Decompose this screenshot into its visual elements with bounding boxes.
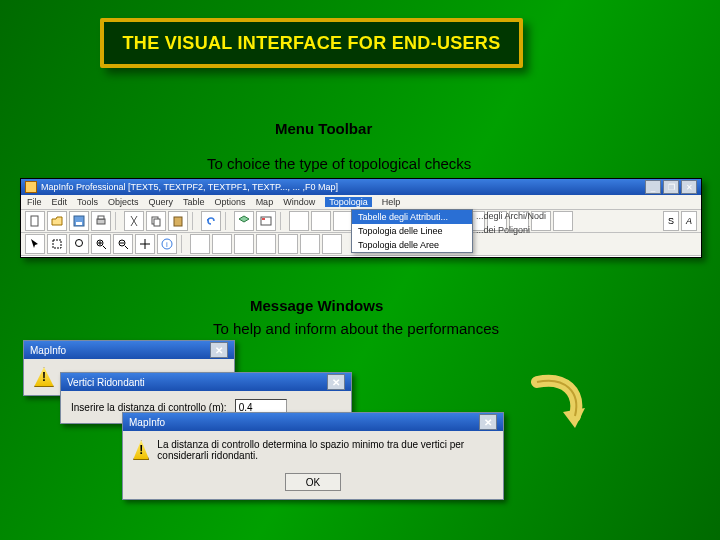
dropdown-item-linee[interactable]: Topologia delle Linee	[352, 224, 472, 238]
close-icon[interactable]: ✕	[479, 414, 497, 430]
svg-rect-9	[262, 218, 265, 220]
tool-generic-icon[interactable]	[234, 234, 254, 254]
ok-button[interactable]: OK	[285, 473, 341, 491]
menu-edit[interactable]: Edit	[52, 197, 68, 207]
tool-copy-icon[interactable]	[146, 211, 166, 231]
tool-generic-icon[interactable]	[278, 234, 298, 254]
menu-topologia[interactable]: Topologia	[325, 197, 372, 207]
slide-title: THE VISUAL INTERFACE FOR END-USERS	[123, 33, 501, 54]
tool-pan-icon[interactable]	[135, 234, 155, 254]
menu-options[interactable]: Options	[215, 197, 246, 207]
message-box-3-titlebar: MapInfo ✕	[123, 413, 503, 431]
tool-cut-icon[interactable]	[124, 211, 144, 231]
tool-generic-icon[interactable]	[289, 211, 309, 231]
menu-file[interactable]: File	[27, 197, 42, 207]
tool-generic-icon[interactable]	[190, 234, 210, 254]
svg-rect-4	[98, 216, 104, 219]
menu-tools[interactable]: Tools	[77, 197, 98, 207]
dropdown-item-tabelle[interactable]: Tabelle degli Attributi...	[352, 210, 472, 224]
tool-pointer-icon[interactable]	[25, 234, 45, 254]
message-box-2-titlebar: Vertici Ridondanti ✕	[61, 373, 351, 391]
tool-generic-icon[interactable]	[553, 211, 573, 231]
tool-paste-icon[interactable]	[168, 211, 188, 231]
tool-layers-icon[interactable]	[234, 211, 254, 231]
tool-generic-icon[interactable]	[322, 234, 342, 254]
warning-icon	[133, 440, 149, 460]
svg-rect-2	[76, 222, 82, 225]
menu-objects[interactable]: Objects	[108, 197, 139, 207]
mapinfo-logo-icon	[25, 181, 37, 193]
svg-rect-7	[174, 217, 182, 226]
tool-label-a[interactable]: A	[681, 211, 697, 231]
close-icon[interactable]: ✕	[210, 342, 228, 358]
tool-new-icon[interactable]	[25, 211, 45, 231]
tool-label-s[interactable]: S	[663, 211, 679, 231]
message-box-2-title: Vertici Ridondanti	[67, 377, 145, 388]
tool-legend-icon[interactable]	[256, 211, 276, 231]
message-box-3-text: La distanza di controllo determina lo sp…	[157, 439, 493, 461]
mapinfo-titlebar: MapInfo Professional [TEXT5, TEXTPF2, TE…	[21, 179, 701, 195]
tool-marquee-icon[interactable]	[47, 234, 67, 254]
svg-rect-6	[154, 219, 160, 226]
mapinfo-title-text: MapInfo Professional [TEXT5, TEXTPF2, TE…	[41, 182, 338, 192]
tool-generic-icon[interactable]	[311, 211, 331, 231]
mapinfo-menubar: File Edit Tools Objects Query Table Opti…	[21, 195, 701, 210]
slide-title-frame: THE VISUAL INTERFACE FOR END-USERS	[100, 18, 523, 68]
section-heading-menu-toolbar: Menu Toolbar	[275, 120, 372, 137]
svg-rect-10	[53, 240, 61, 248]
topologia-dropdown: Tabelle degli Attributi... Topologia del…	[351, 209, 473, 253]
close-icon[interactable]: ✕	[327, 374, 345, 390]
tool-generic-icon[interactable]	[300, 234, 320, 254]
tool-undo-icon[interactable]	[201, 211, 221, 231]
curved-arrow-icon	[525, 372, 585, 432]
tool-lasso-icon[interactable]	[69, 234, 89, 254]
svg-rect-3	[97, 219, 105, 224]
message-box-3: MapInfo ✕ La distanza di controllo deter…	[122, 412, 504, 500]
close-button[interactable]: ✕	[681, 180, 697, 194]
annotation-poligoni: ...dei Poligoni	[476, 223, 546, 237]
tool-generic-icon[interactable]	[212, 234, 232, 254]
tool-info-icon[interactable]: i	[157, 234, 177, 254]
tool-save-icon[interactable]	[69, 211, 89, 231]
maximize-button[interactable]: ❐	[663, 180, 679, 194]
section-sub-message-windows: To help and inform about the performance…	[213, 320, 499, 337]
tool-open-icon[interactable]	[47, 211, 67, 231]
menu-help[interactable]: Help	[382, 197, 401, 207]
menu-window[interactable]: Window	[283, 197, 315, 207]
warning-icon	[34, 367, 54, 387]
message-box-1-titlebar: MapInfo ✕	[24, 341, 234, 359]
message-box-3-title: MapInfo	[129, 417, 165, 428]
annotation-archi: ...degli Archi/Nodi	[476, 209, 546, 223]
dropdown-annotations: ...degli Archi/Nodi ...dei Poligoni	[476, 209, 546, 237]
section-heading-message-windows: Message Windows	[250, 297, 383, 314]
mapinfo-window: MapInfo Professional [TEXT5, TEXTPF2, TE…	[20, 178, 702, 258]
menu-query[interactable]: Query	[149, 197, 174, 207]
message-box-1-title: MapInfo	[30, 345, 66, 356]
dropdown-item-aree[interactable]: Topologia delle Aree	[352, 238, 472, 252]
tool-zoom-in-icon[interactable]	[91, 234, 111, 254]
minimize-button[interactable]: _	[645, 180, 661, 194]
svg-point-11	[76, 240, 83, 247]
menu-table[interactable]: Table	[183, 197, 205, 207]
svg-text:i: i	[166, 240, 168, 249]
message-box-2-text: Inserire la distanza di controllo (m):	[71, 402, 227, 413]
tool-zoom-out-icon[interactable]	[113, 234, 133, 254]
svg-rect-0	[31, 216, 38, 226]
section-sub-menu-toolbar: To choice the type of topological checks	[207, 155, 471, 172]
tool-generic-icon[interactable]	[333, 211, 353, 231]
menu-map[interactable]: Map	[256, 197, 274, 207]
tool-generic-icon[interactable]	[256, 234, 276, 254]
tool-print-icon[interactable]	[91, 211, 111, 231]
